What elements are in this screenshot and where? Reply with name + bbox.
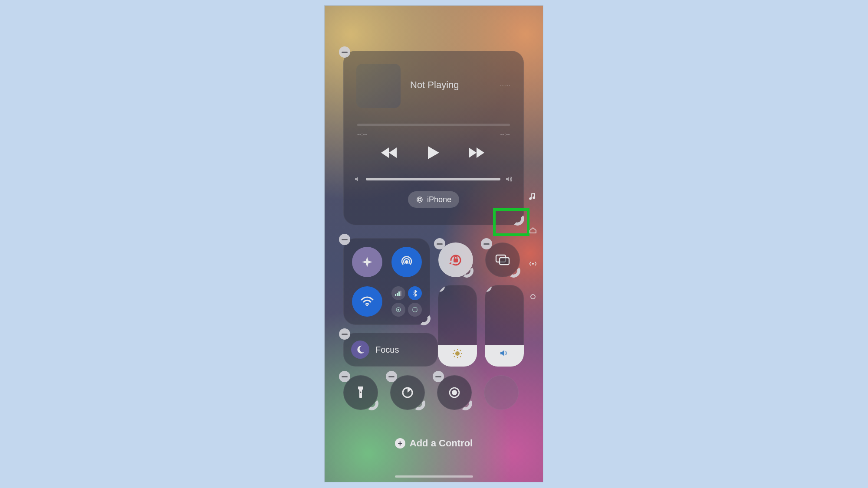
remove-screen-mirroring-button[interactable] (481, 238, 492, 249)
home-indicator[interactable] (395, 475, 473, 478)
media-volume-slider[interactable] (366, 178, 500, 180)
elapsed-time-label: --:-- (357, 131, 367, 138)
focus-button[interactable]: Focus (343, 333, 438, 367)
broadcast-page-icon[interactable] (529, 260, 537, 268)
airplay-route-indicator-icon[interactable]: ······ (500, 82, 511, 88)
svg-line-22 (460, 350, 461, 351)
now-playing-tile[interactable]: Not Playing ······ --:-- --:-- (343, 51, 524, 225)
remaining-time-label: --:-- (500, 131, 510, 138)
remove-screen-record-button[interactable] (433, 371, 444, 382)
add-control-label: Add a Control (410, 438, 473, 449)
svg-point-8 (398, 309, 399, 311)
audio-output-button[interactable]: iPhone (408, 191, 459, 208)
resize-handle[interactable] (461, 399, 472, 410)
remove-orientation-lock-button[interactable] (434, 238, 445, 249)
screen-mirroring-icon (495, 254, 510, 265)
remove-flashlight-button[interactable] (339, 371, 350, 382)
remove-now-playing-button[interactable] (339, 46, 350, 58)
svg-point-26 (452, 390, 457, 395)
svg-line-19 (454, 350, 455, 351)
svg-point-1 (418, 198, 421, 201)
empty-slot[interactable] (484, 375, 519, 410)
svg-rect-5 (397, 293, 398, 296)
audio-output-label: iPhone (427, 195, 451, 204)
flashlight-icon (357, 386, 365, 399)
airdrop-button[interactable] (391, 247, 422, 277)
hotspot-icon (391, 303, 405, 317)
moon-icon (351, 341, 369, 359)
svg-line-20 (460, 356, 461, 357)
bluetooth-icon (408, 286, 422, 300)
plus-circle-icon: + (395, 438, 405, 449)
album-art-placeholder (356, 64, 401, 108)
timer-button[interactable] (390, 375, 425, 410)
svg-rect-11 (454, 259, 458, 262)
screen-record-button[interactable] (437, 375, 472, 410)
sun-icon (453, 349, 462, 358)
orientation-lock-button[interactable] (438, 242, 473, 277)
flashlight-button[interactable] (343, 375, 378, 410)
play-button[interactable] (427, 145, 440, 160)
vpn-icon (408, 303, 422, 317)
svg-point-0 (417, 197, 422, 202)
cellular-icon (391, 286, 405, 300)
svg-rect-13 (500, 258, 509, 265)
remove-volume-button[interactable] (485, 285, 492, 292)
home-page-icon[interactable] (529, 227, 537, 234)
iphone-control-center-edit: Not Playing ······ --:-- --:-- (325, 6, 543, 482)
airplay-audio-icon (416, 196, 424, 203)
svg-point-27 (532, 263, 534, 265)
annotation-highlight (493, 208, 529, 236)
forward-button[interactable] (468, 147, 487, 159)
volume-slider[interactable] (485, 285, 524, 367)
rewind-button[interactable] (380, 147, 399, 159)
svg-point-2 (405, 260, 408, 264)
remove-connectivity-button[interactable] (339, 234, 350, 245)
svg-point-23 (360, 391, 361, 393)
remove-focus-button[interactable] (339, 328, 350, 340)
svg-line-21 (454, 356, 455, 357)
connectivity-more-cluster[interactable] (391, 286, 422, 317)
svg-point-28 (531, 295, 535, 299)
focus-label: Focus (375, 345, 399, 355)
resize-handle[interactable] (509, 266, 520, 278)
volume-low-icon (355, 176, 361, 182)
svg-rect-4 (395, 294, 396, 296)
timer-icon (401, 386, 414, 399)
speaker-icon (500, 349, 509, 357)
media-title: Not Playing (410, 79, 459, 91)
remove-timer-button[interactable] (386, 371, 397, 382)
resize-handle[interactable] (462, 266, 473, 278)
connectivity-tile[interactable] (343, 238, 430, 325)
resize-handle[interactable] (414, 399, 425, 410)
brightness-slider[interactable] (438, 285, 477, 367)
svg-rect-10 (413, 308, 417, 312)
add-control-button[interactable]: + Add a Control (325, 438, 543, 449)
ellipse-page-icon[interactable] (530, 294, 536, 300)
svg-point-3 (366, 305, 368, 306)
svg-rect-7 (400, 291, 401, 296)
music-page-icon[interactable] (529, 193, 537, 201)
screen-mirroring-button[interactable] (485, 242, 520, 277)
svg-rect-6 (398, 291, 400, 296)
airplane-mode-button[interactable] (352, 247, 382, 277)
volume-high-icon (506, 176, 513, 182)
svg-point-14 (455, 351, 460, 356)
record-icon (448, 386, 461, 399)
resize-handle[interactable] (367, 399, 378, 410)
remove-brightness-button[interactable] (438, 285, 445, 292)
playback-scrubber[interactable] (357, 124, 510, 126)
wifi-button[interactable] (352, 286, 382, 317)
orientation-lock-icon (448, 252, 463, 267)
